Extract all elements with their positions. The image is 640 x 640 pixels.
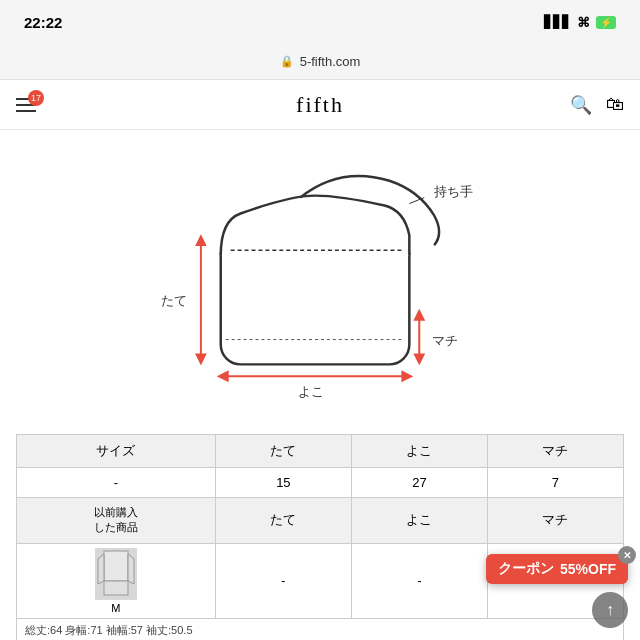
url-bar[interactable]: 🔒 5-fifth.com	[0, 44, 640, 80]
prev-machi-header: マチ	[487, 498, 623, 544]
svg-text:マチ: マチ	[432, 333, 458, 348]
bag-diagram: 持ち手 たて よこ マチ	[0, 130, 640, 430]
coupon-label: クーポン	[498, 560, 554, 578]
svg-text:よこ: よこ	[298, 384, 324, 399]
col-header-yoko: よこ	[351, 435, 487, 468]
coupon-discount: 55%OFF	[560, 561, 616, 577]
svg-text:持ち手: 持ち手	[434, 184, 473, 199]
m-dash2: -	[351, 543, 487, 618]
status-time: 22:22	[24, 14, 62, 31]
machi-val: 7	[487, 468, 623, 498]
url-text: 5-fifth.com	[300, 54, 361, 69]
prev-purchase-row: 以前購入した商品 たて よこ マチ	[17, 498, 624, 544]
prev-purchase-label: 以前購入した商品	[17, 498, 216, 544]
svg-rect-12	[104, 581, 128, 595]
tate-val: 15	[215, 468, 351, 498]
status-bar: 22:22 ▋▋▋ ⌘ ⚡	[0, 0, 640, 44]
product-m-detail: 総丈:64 身幅:71 袖幅:57 袖丈:50.5	[16, 619, 624, 640]
scroll-up-icon: ↑	[606, 601, 614, 619]
size-val: -	[17, 468, 216, 498]
coupon-close-button[interactable]: ✕	[618, 546, 636, 564]
prev-tate-header: たて	[215, 498, 351, 544]
svg-text:たて: たて	[161, 293, 187, 308]
wifi-icon: ⌘	[577, 15, 590, 30]
lock-icon: 🔒	[280, 55, 294, 68]
nav-bar: 17 fifth 🔍 🛍	[0, 80, 640, 130]
nav-left: 17	[16, 98, 36, 112]
battery-icon: ⚡	[596, 16, 616, 29]
col-header-tate: たて	[215, 435, 351, 468]
coupon-banner[interactable]: ✕ クーポン 55%OFF	[486, 554, 628, 584]
m-dash1: -	[215, 543, 351, 618]
yoko-val: 27	[351, 468, 487, 498]
product-size-m: M	[111, 602, 120, 614]
prev-yoko-header: よこ	[351, 498, 487, 544]
cart-badge: 17	[28, 90, 44, 106]
svg-rect-11	[104, 551, 128, 581]
nav-right: 🔍 🛍	[570, 94, 624, 116]
cart-icon[interactable]: 🛍	[606, 94, 624, 115]
status-icons: ▋▋▋ ⌘ ⚡	[544, 15, 616, 30]
scroll-up-button[interactable]: ↑	[592, 592, 628, 628]
table-row: - 15 27 7	[17, 468, 624, 498]
signal-icon: ▋▋▋	[544, 15, 571, 29]
site-title: fifth	[296, 92, 344, 118]
search-icon[interactable]: 🔍	[570, 94, 592, 116]
col-header-machi: マチ	[487, 435, 623, 468]
size-table: サイズ たて よこ マチ - 15 27 7 以前購入した商品 たて よこ マチ	[16, 434, 624, 619]
size-table-section: サイズ たて よこ マチ - 15 27 7 以前購入した商品 たて よこ マチ	[0, 434, 640, 640]
col-header-size: サイズ	[17, 435, 216, 468]
